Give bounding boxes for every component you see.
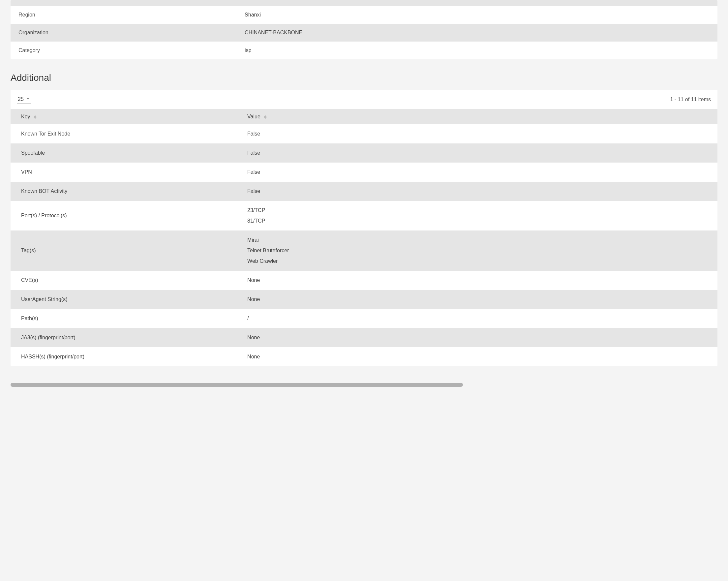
- info-row: Destination Country CodesUS: [10, 0, 718, 6]
- row-key: CVE(s): [10, 271, 237, 290]
- value-item: Telnet Bruteforcer: [247, 248, 709, 254]
- value-item: Web Crawler: [247, 258, 709, 264]
- svg-marker-3: [264, 117, 267, 119]
- column-header-key-label: Key: [21, 114, 30, 120]
- table-row: JA3(s) (fingerprint/port)None: [10, 328, 718, 347]
- value-item: 23/TCP: [247, 207, 709, 213]
- info-key: Region: [10, 6, 237, 24]
- row-key: UserAgent String(s): [10, 290, 237, 309]
- row-value: /: [237, 309, 718, 328]
- row-value: None: [237, 347, 718, 366]
- multi-value-list: MiraiTelnet BruteforcerWeb Crawler: [247, 237, 709, 264]
- info-value: isp: [237, 42, 718, 59]
- additional-section-title: Additional: [10, 73, 718, 83]
- info-panel: Destination Country CodesUSRegionShanxiO…: [10, 0, 718, 59]
- info-key: Destination Country Codes: [10, 0, 237, 6]
- svg-marker-1: [34, 117, 36, 119]
- table-row: Known Tor Exit NodeFalse: [10, 124, 718, 143]
- column-header-key[interactable]: Key: [10, 109, 237, 124]
- page-size-value: 25: [18, 96, 24, 102]
- row-key: Port(s) / Protocol(s): [10, 201, 237, 231]
- row-key: JA3(s) (fingerprint/port): [10, 328, 237, 347]
- info-value: CHINANET-BACKBONE: [237, 24, 718, 42]
- additional-panel: 25 1 - 11 of 11 items Key Value: [10, 90, 718, 366]
- svg-marker-2: [264, 115, 267, 117]
- sort-icon: [264, 115, 267, 119]
- info-key: Category: [10, 42, 237, 59]
- column-header-value[interactable]: Value: [237, 109, 718, 124]
- row-key: HASSH(s) (fingerprint/port): [10, 347, 237, 366]
- info-row: Categoryisp: [10, 42, 718, 59]
- table-row: Known BOT ActivityFalse: [10, 182, 718, 201]
- table-controls: 25 1 - 11 of 11 items: [10, 90, 718, 109]
- row-key: Known Tor Exit Node: [10, 124, 237, 143]
- row-value: False: [237, 182, 718, 201]
- page-size-selector[interactable]: 25: [17, 95, 31, 104]
- table-row: SpoofableFalse: [10, 143, 718, 163]
- items-range-label: 1 - 11 of 11 items: [670, 97, 711, 103]
- table-row: HASSH(s) (fingerprint/port)None: [10, 347, 718, 366]
- table-row: VPNFalse: [10, 163, 718, 182]
- row-value: None: [237, 290, 718, 309]
- table-header-row: Key Value: [10, 109, 718, 124]
- row-value: False: [237, 124, 718, 143]
- row-value: MiraiTelnet BruteforcerWeb Crawler: [237, 231, 718, 271]
- row-value: False: [237, 143, 718, 163]
- row-key: VPN: [10, 163, 237, 182]
- info-value: US: [237, 0, 718, 6]
- table-row: Tag(s)MiraiTelnet BruteforcerWeb Crawler: [10, 231, 718, 271]
- table-row: Port(s) / Protocol(s)23/TCP81/TCP: [10, 201, 718, 231]
- table-row: CVE(s)None: [10, 271, 718, 290]
- value-item: Mirai: [247, 237, 709, 243]
- value-item: 81/TCP: [247, 218, 709, 224]
- row-value: False: [237, 163, 718, 182]
- info-row: RegionShanxi: [10, 6, 718, 24]
- info-key: Organization: [10, 24, 237, 42]
- info-row: OrganizationCHINANET-BACKBONE: [10, 24, 718, 42]
- row-value: 23/TCP81/TCP: [237, 201, 718, 231]
- row-key: Tag(s): [10, 231, 237, 271]
- column-header-value-label: Value: [247, 114, 260, 120]
- scrollbar-thumb[interactable]: [10, 383, 463, 387]
- chevron-down-icon: [26, 96, 30, 102]
- sort-icon: [34, 115, 36, 119]
- row-value: None: [237, 271, 718, 290]
- table-row: Path(s)/: [10, 309, 718, 328]
- row-value: None: [237, 328, 718, 347]
- multi-value-list: 23/TCP81/TCP: [247, 207, 709, 224]
- row-key: Known BOT Activity: [10, 182, 237, 201]
- row-key: Path(s): [10, 309, 237, 328]
- additional-table: Key Value Known Tor Exit NodeFalseSpoofa…: [10, 109, 718, 366]
- info-value: Shanxi: [237, 6, 718, 24]
- horizontal-scrollbar[interactable]: [10, 383, 718, 387]
- row-key: Spoofable: [10, 143, 237, 163]
- svg-marker-0: [34, 115, 36, 117]
- table-row: UserAgent String(s)None: [10, 290, 718, 309]
